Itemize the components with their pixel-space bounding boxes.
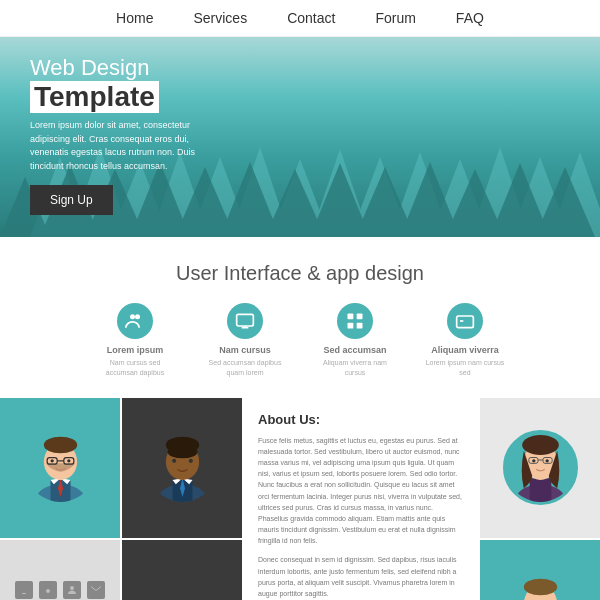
about-paragraph2: Donec consequat in sem id dignissim. Sed… [258, 554, 464, 599]
feature-1: Nam cursus Sed accumsan dapibus quam lor… [205, 303, 285, 378]
ui-section: User Interface & app design Lorem ipsum … [0, 237, 600, 393]
avatar-1 [23, 430, 98, 505]
svg-point-28 [135, 314, 140, 319]
feature-desc-3: Lorem ipsum nam cursus sed [425, 358, 505, 378]
feature-label-1: Nam cursus [219, 345, 271, 355]
svg-point-48 [50, 459, 53, 462]
feature-0: Lorem ipsum Nam cursus sed accumsan dapi… [95, 303, 175, 378]
feature-3: Aliquam viverra Lorem ipsum nam cursus s… [425, 303, 505, 378]
svg-rect-32 [348, 314, 354, 320]
avatar-2 [145, 430, 220, 505]
mini-icons-row [15, 581, 105, 599]
about-paragraph1: Fusce felis metus, sagittis et luctus eu… [258, 435, 464, 547]
svg-rect-35 [357, 323, 363, 329]
feature-desc-2: Aliquam viverra nam cursus [315, 358, 395, 378]
envelope-icon [87, 581, 105, 599]
svg-marker-73 [46, 586, 50, 588]
svg-rect-34 [348, 323, 354, 329]
ui-section-title: User Interface & app design [20, 262, 580, 285]
user-icon [63, 581, 81, 599]
nav-forum[interactable]: Forum [375, 10, 415, 26]
bottom-icons-cell: Lorem ipsum Nam cursus sed Nam cursus Se… [0, 540, 120, 600]
svg-rect-33 [357, 314, 363, 320]
about-cell: About Us: Fusce felis metus, sagittis et… [244, 398, 478, 600]
feature-2: Sed accumsan Aliquam viverra nam cursus [315, 303, 395, 378]
hero-line1: Web Design [30, 55, 210, 81]
hero-description: Lorem ipsum dolor sit amet, consectetur … [30, 119, 210, 173]
avatar-4 [503, 572, 578, 600]
svg-point-44 [43, 437, 76, 454]
svg-point-58 [188, 459, 192, 463]
nav-faq[interactable]: FAQ [456, 10, 484, 26]
avatar-3 [503, 430, 578, 505]
feature-icon-3 [447, 303, 483, 339]
feature-label-2: Sed accumsan [323, 345, 386, 355]
navigation: Home Services Contact Forum FAQ [0, 0, 600, 37]
svg-point-72 [46, 589, 50, 593]
about-title: About Us: [258, 412, 464, 427]
avatar-cell-4 [480, 540, 600, 600]
feature-icon-2 [337, 303, 373, 339]
svg-point-63 [522, 435, 559, 455]
feature-icon-0 [117, 303, 153, 339]
svg-point-57 [172, 459, 176, 463]
bottom-grid: About Us: Fusce felis metus, sagittis et… [0, 398, 600, 600]
nav-home[interactable]: Home [116, 10, 153, 26]
svg-rect-70 [22, 593, 26, 594]
feature-desc-0: Nam cursus sed accumsan dapibus [95, 358, 175, 378]
phone-icon [15, 581, 33, 599]
svg-point-74 [70, 586, 74, 590]
svg-point-64 [532, 459, 535, 462]
nav-contact[interactable]: Contact [287, 10, 335, 26]
svg-point-65 [545, 459, 548, 462]
nav-services[interactable]: Services [193, 10, 247, 26]
dark-cell-bottom [122, 540, 242, 600]
avatar-cell-3 [480, 398, 600, 538]
feature-desc-1: Sed accumsan dapibus quam lorem [205, 358, 285, 378]
svg-point-27 [130, 314, 135, 319]
svg-rect-61 [529, 478, 551, 505]
hero-section: Web Design Template Lorem ipsum dolor si… [0, 37, 600, 237]
feature-icon-1 [227, 303, 263, 339]
avatar-cell-1 [0, 398, 120, 538]
svg-rect-36 [457, 316, 474, 328]
ui-features: Lorem ipsum Nam cursus sed accumsan dapi… [20, 303, 580, 378]
signup-button[interactable]: Sign Up [30, 185, 113, 215]
avatar-cell-2 [122, 398, 242, 538]
camera-icon [39, 581, 57, 599]
svg-point-79 [523, 579, 556, 596]
svg-rect-29 [237, 314, 254, 326]
hero-content: Web Design Template Lorem ipsum dolor si… [30, 55, 210, 215]
feature-label-0: Lorem ipsum [107, 345, 164, 355]
svg-point-59 [167, 445, 197, 458]
svg-point-49 [67, 459, 70, 462]
feature-label-3: Aliquam viverra [431, 345, 499, 355]
hero-line2: Template [30, 81, 159, 113]
